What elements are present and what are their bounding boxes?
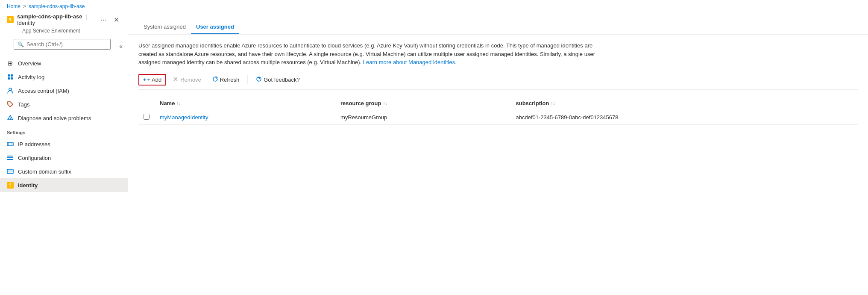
feedback-button[interactable]: Got feedback? bbox=[251, 74, 305, 86]
remove-button[interactable]: Remove bbox=[168, 74, 205, 86]
refresh-button[interactable]: Refresh bbox=[208, 74, 244, 86]
breadcrumb: Home > sample-cdns-app-ilb-ase bbox=[7, 3, 85, 9]
svg-rect-13 bbox=[7, 157, 13, 158]
sidebar-item-label: Access control (IAM) bbox=[18, 88, 69, 94]
svg-point-5 bbox=[9, 88, 12, 91]
search-input[interactable] bbox=[26, 41, 107, 47]
more-options-button[interactable]: ··· bbox=[99, 14, 108, 26]
table-row: myManagedIdentity myResourceGroup abcdef… bbox=[138, 110, 858, 124]
svg-rect-3 bbox=[8, 77, 10, 80]
tab-content: User assigned managed identities enable … bbox=[128, 35, 868, 132]
sidebar-item-tags[interactable]: Tags bbox=[0, 97, 128, 111]
ip-addresses-icon bbox=[7, 141, 14, 148]
resource-name: sample-cdns-app-ilb-ase bbox=[17, 13, 82, 20]
sidebar-item-ip-addresses[interactable]: IP addresses bbox=[0, 137, 128, 151]
identity-icon bbox=[7, 182, 14, 189]
sort-name[interactable]: Name ↑↓ bbox=[160, 100, 181, 106]
search-box: 🔍 bbox=[14, 39, 111, 50]
sidebar-item-diagnose[interactable]: Diagnose and solve problems bbox=[0, 111, 128, 125]
toolbar: + + Add Remove Refresh bbox=[138, 74, 858, 90]
col-header-name[interactable]: Name ↑↓ bbox=[155, 97, 335, 110]
row-name-cell: myManagedIdentity bbox=[155, 110, 335, 124]
refresh-icon bbox=[212, 76, 218, 83]
main-content: System assigned User assigned User assig… bbox=[128, 13, 868, 295]
resource-header: sample-cdns-app-ilb-ase | Identity ··· ✕ bbox=[0, 13, 128, 28]
sidebar-item-label: Custom domain suffix bbox=[18, 168, 71, 175]
sidebar-item-configuration[interactable]: Configuration bbox=[0, 151, 128, 165]
row-subscription-cell: abcdef01-2345-6789-0abc-def012345678 bbox=[511, 110, 858, 124]
sort-icon-rg: ↑↓ bbox=[383, 101, 387, 106]
sort-icon-sub: ↑↓ bbox=[551, 101, 555, 106]
sidebar-item-label: Diagnose and solve problems bbox=[18, 115, 91, 121]
configuration-icon bbox=[7, 154, 14, 161]
diagnose-icon bbox=[7, 115, 14, 121]
add-icon: + bbox=[143, 77, 147, 83]
breadcrumb-current[interactable]: sample-cdns-app-ilb-ase bbox=[29, 3, 85, 9]
sidebar-item-activity-log[interactable]: Activity log bbox=[0, 70, 128, 84]
sidebar-item-label: IP addresses bbox=[18, 141, 50, 148]
row-checkbox[interactable] bbox=[144, 114, 150, 120]
tab-system-assigned[interactable]: System assigned bbox=[138, 20, 191, 34]
sort-subscription[interactable]: subscription ↑↓ bbox=[516, 100, 555, 106]
sidebar-item-label: Tags bbox=[18, 101, 29, 108]
breadcrumb-separator: > bbox=[23, 3, 26, 9]
sort-resource-group[interactable]: resource group ↑↓ bbox=[340, 100, 387, 106]
sidebar-item-identity[interactable]: Identity bbox=[0, 178, 128, 192]
col-header-resource-group[interactable]: resource group ↑↓ bbox=[335, 97, 510, 110]
identity-table: Name ↑↓ resource group ↑↓ bbox=[138, 97, 858, 125]
sidebar-item-label: Activity log bbox=[18, 74, 44, 80]
svg-rect-15 bbox=[7, 169, 13, 174]
managed-identity-link[interactable]: myManagedIdentity bbox=[160, 114, 208, 121]
sidebar: sample-cdns-app-ilb-ase | Identity ··· ✕… bbox=[0, 13, 128, 295]
resource-icon bbox=[7, 16, 14, 23]
settings-section-label: Settings bbox=[0, 125, 128, 137]
col-header-subscription[interactable]: subscription ↑↓ bbox=[511, 97, 858, 110]
row-subscription: abcdef01-2345-6789-0abc-def012345678 bbox=[516, 114, 619, 121]
sidebar-item-label: Identity bbox=[18, 182, 38, 189]
svg-rect-4 bbox=[11, 77, 13, 80]
svg-rect-14 bbox=[7, 159, 13, 160]
add-button[interactable]: + + Add bbox=[138, 74, 166, 86]
sidebar-item-custom-domain[interactable]: Custom domain suffix bbox=[0, 165, 128, 178]
tabs-container: System assigned User assigned bbox=[128, 20, 868, 35]
description-text: User assigned managed identities enable … bbox=[138, 41, 608, 67]
remove-icon bbox=[173, 76, 179, 83]
svg-rect-9 bbox=[7, 142, 13, 146]
sidebar-nav: ⊞ Overview Activity log Access control (… bbox=[0, 56, 128, 295]
sort-icon-name: ↑↓ bbox=[176, 101, 181, 106]
close-button[interactable]: ✕ bbox=[112, 14, 121, 26]
overview-icon: ⊞ bbox=[7, 60, 14, 67]
top-bar: Home > sample-cdns-app-ilb-ase bbox=[0, 0, 868, 13]
breadcrumb-home[interactable]: Home bbox=[7, 3, 21, 9]
svg-rect-12 bbox=[7, 156, 13, 156]
sidebar-item-overview[interactable]: ⊞ Overview bbox=[0, 56, 128, 70]
svg-point-19 bbox=[258, 80, 259, 80]
tags-icon bbox=[7, 101, 14, 108]
svg-rect-2 bbox=[11, 74, 13, 77]
activity-log-icon bbox=[7, 74, 14, 80]
table-checkbox-header bbox=[138, 97, 155, 110]
feedback-icon bbox=[256, 76, 262, 83]
row-rg-cell: myResourceGroup bbox=[335, 110, 510, 124]
svg-rect-1 bbox=[8, 74, 10, 77]
sidebar-item-label: Configuration bbox=[18, 155, 51, 161]
row-checkbox-cell bbox=[138, 110, 155, 124]
sidebar-item-access-control[interactable]: Access control (IAM) bbox=[0, 84, 128, 97]
row-resource-group: myResourceGroup bbox=[340, 114, 387, 121]
learn-more-link[interactable]: Learn more about Managed identities bbox=[363, 59, 455, 65]
collapse-button[interactable]: « bbox=[117, 41, 124, 51]
sidebar-item-label: Overview bbox=[18, 60, 41, 67]
svg-point-6 bbox=[9, 103, 9, 103]
resource-separator: | bbox=[85, 13, 87, 20]
toolbar-separator bbox=[247, 75, 248, 84]
svg-point-8 bbox=[10, 119, 11, 120]
tab-user-assigned[interactable]: User assigned bbox=[191, 20, 239, 34]
resource-subtitle: App Service Environment bbox=[0, 28, 128, 39]
search-icon: 🔍 bbox=[18, 41, 24, 47]
custom-domain-icon bbox=[7, 168, 14, 175]
resource-page: Identity bbox=[17, 20, 35, 26]
access-control-icon bbox=[7, 87, 14, 94]
